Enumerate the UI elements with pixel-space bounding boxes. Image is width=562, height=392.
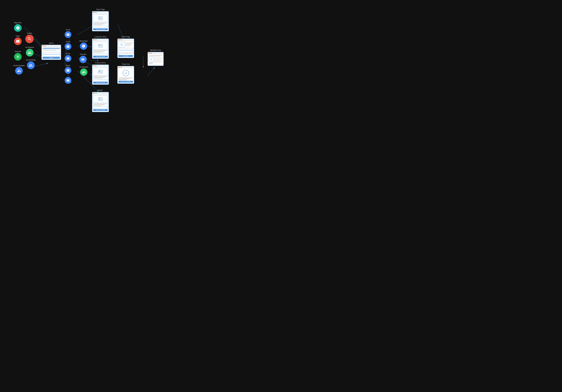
blog-post-label: Blog Post (14, 22, 21, 24)
customer-story-section: Customer Story CALL TO ACTION (92, 36, 109, 59)
ad-net-label: Ad Network (79, 66, 88, 68)
email-2-label: Email (66, 41, 70, 43)
event-mockup: CALL TO ACTION (92, 92, 109, 112)
email-2-icon (65, 43, 71, 50)
messenger-label: Messenger (79, 40, 88, 42)
email-1-label: Email (66, 29, 70, 31)
customer-story-label: Customer Story (94, 36, 106, 38)
members-browser-bar (148, 52, 164, 54)
podcast-label: Podcast (15, 51, 21, 53)
opt-in-browser-bar (42, 45, 61, 47)
thank-you-label: Thank You (122, 63, 130, 65)
video-group: Video (14, 35, 22, 46)
email-2-group: Email (65, 41, 71, 50)
opt-in-page: OPT IN (41, 45, 61, 60)
email-4-label: Email (66, 65, 70, 67)
opt-in-button[interactable]: OPT IN (43, 57, 60, 59)
svg-line-16 (148, 67, 154, 76)
order-page-section: Order Page (117, 36, 134, 58)
product-demo-label: Product Demo (95, 62, 106, 64)
social-updates-label: Social Updates (13, 65, 25, 67)
event-cta-button[interactable]: CALL TO ACTION (93, 109, 108, 111)
order-page-content: BUY NOW (117, 41, 134, 58)
event-label: Event (98, 89, 103, 91)
product-demo-mockup: CALL TO ACTION (92, 64, 109, 85)
order-browser-bar (117, 39, 134, 41)
buy-now-button[interactable]: BUY NOW (118, 55, 133, 57)
email-5-group (65, 77, 71, 84)
thank-you-content: CALL TO ACTION (117, 68, 134, 83)
svg-point-26 (99, 45, 100, 46)
order-page-mockup: BUY NOW (117, 38, 134, 58)
opt-in-section: Opt In OPT IN (41, 42, 61, 60)
messenger-icon (80, 42, 87, 50)
ad-net-icon (80, 68, 87, 76)
chatbot-group: Chat Bot (79, 53, 87, 63)
ad-network-group: Ad Network (25, 46, 34, 57)
members-area-section: Members Area (148, 49, 164, 66)
email-4-group: Email (65, 65, 71, 74)
svg-point-21 (17, 56, 18, 57)
social-updates-group: Social Updates (13, 65, 25, 75)
product-demo-content: CALL TO ACTION (92, 67, 109, 84)
customer-story-content: CALL TO ACTION (92, 41, 109, 59)
podcast-icon (14, 53, 22, 60)
email-1-group: Email (65, 29, 71, 38)
sales-page-content: CALL TO ACTION (92, 13, 109, 31)
sales-page-mockup: CALL TO ACTION (92, 11, 109, 31)
ad-network-icon (26, 49, 34, 57)
customer-cta-button[interactable]: CALL TO ACTION (93, 56, 108, 58)
social-media-group: Social Media (26, 59, 36, 70)
opt-in-label: Opt In (41, 42, 61, 44)
social-media-label: Social Media (26, 59, 36, 61)
email-3-label: Email (66, 53, 70, 55)
email-4-icon (65, 67, 71, 74)
podcast-group: Podcast (14, 51, 22, 61)
order-page-label: Order Page (121, 36, 130, 38)
members-area-mockup (148, 52, 164, 66)
search-group: Search (25, 32, 34, 44)
thank-you-browser-bar (117, 66, 134, 68)
social-updates-icon (15, 67, 23, 75)
opt-in-content: OPT IN (42, 47, 61, 59)
thank-you-cta-button[interactable]: CALL TO ACTION (118, 81, 133, 83)
event-section: Event CALL TO ACTION (92, 89, 109, 112)
messenger-group: Messenger (79, 40, 88, 50)
svg-point-28 (99, 71, 100, 71)
sales-page-section: Sales Page CALL TO ACTION (92, 8, 109, 31)
ad-net-circle-group: Ad Network (79, 66, 88, 76)
search-label: Search (27, 32, 32, 34)
svg-point-24 (99, 17, 100, 18)
event-content: CALL TO ACTION (92, 94, 109, 112)
product-browser-bar (92, 65, 109, 67)
svg-point-30 (99, 98, 100, 99)
customer-story-mockup: CALL TO ACTION (92, 38, 109, 59)
members-area-content (148, 54, 164, 66)
blog-post-group: Blog Post (14, 22, 22, 32)
email-3-icon (65, 55, 71, 62)
sales-page-label: Sales Page (96, 8, 105, 10)
ad-network-label: Ad Network (25, 46, 34, 48)
thank-you-section: Thank You CALL TO ACTION (117, 63, 134, 84)
social-media-icon (27, 61, 35, 69)
sales-browser-bar (92, 11, 109, 13)
chatbot-label: Chat Bot (80, 53, 86, 55)
product-cta-button[interactable]: CALL TO ACTION (93, 82, 108, 83)
email-5-icon (65, 77, 71, 84)
thank-you-mockup: CALL TO ACTION (117, 66, 134, 84)
search-icon (25, 35, 34, 43)
chatbot-icon (79, 56, 87, 63)
video-icon (14, 37, 22, 45)
email-3-group: Email (65, 53, 71, 62)
customer-browser-bar (92, 39, 109, 41)
email-1-icon (65, 31, 71, 38)
sales-cta-button[interactable]: CALL TO ACTION (93, 28, 108, 30)
product-demo-section: Product Demo CALL TO ACTION (92, 62, 109, 85)
blog-post-icon (14, 24, 22, 32)
video-label: Video (16, 35, 20, 37)
members-area-label: Members Area (150, 49, 161, 51)
event-browser-bar (92, 92, 109, 94)
